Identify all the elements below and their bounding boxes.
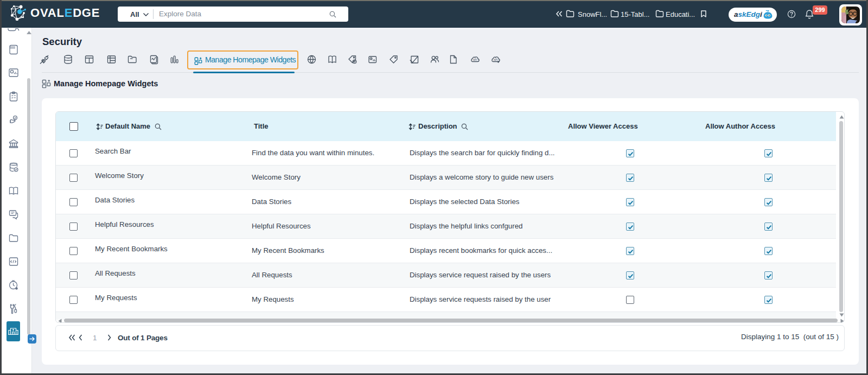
- svg-text:API: API: [494, 59, 497, 61]
- svg-text:API: API: [473, 59, 477, 61]
